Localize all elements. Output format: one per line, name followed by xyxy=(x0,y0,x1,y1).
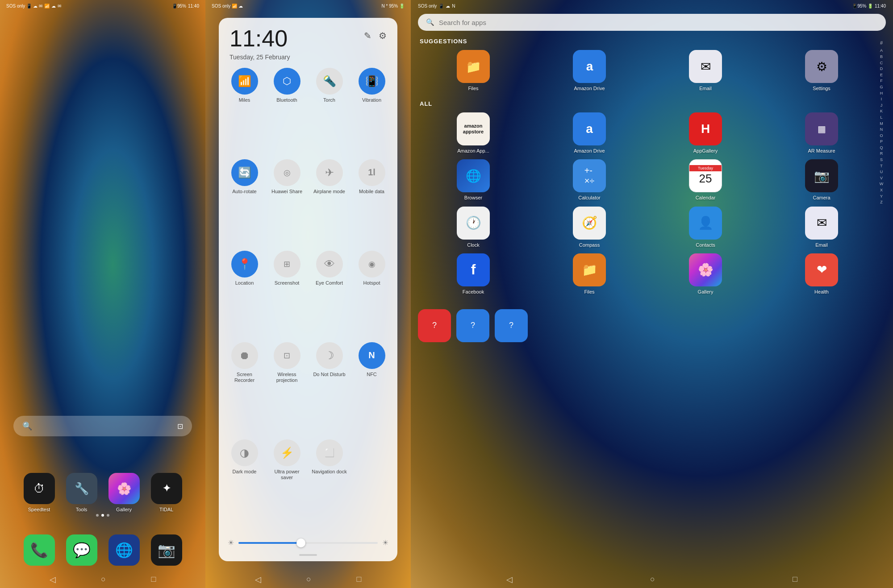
drawer-app-email-suggested[interactable]: ✉ Email xyxy=(650,50,761,91)
drawer-app-health[interactable]: ❤ Health xyxy=(766,253,877,295)
alpha-G[interactable]: G xyxy=(880,84,883,90)
home-back-button[interactable]: ◁ xyxy=(50,575,56,584)
alpha-B[interactable]: B xyxy=(880,54,883,60)
drawer-app-armeasure[interactable]: ▦ AR Measure xyxy=(766,112,877,154)
drawer-app-gallery[interactable]: 🌸 Gallery xyxy=(650,253,761,295)
drawer-app-files[interactable]: 📁 Files xyxy=(534,253,645,295)
toggle-autorotate[interactable]: 🔄 Auto-rotate xyxy=(226,159,263,245)
drawer-app-clock[interactable]: 🕐 Clock xyxy=(418,207,529,248)
home-app-grid: ⏱ Speedtest 🔧 Tools 🌸 Gallery ✦ TIDAL xyxy=(0,473,205,512)
notification-shade: SOS only 📶 ☁ N * 95% 🔋 11:40 ✎ ⚙ Tuesday… xyxy=(205,0,411,588)
gallery-icon: 🌸 xyxy=(108,473,140,504)
drawer-app-settings-suggested[interactable]: ⚙ Settings xyxy=(766,50,877,91)
home-app-tidal[interactable]: ✦ TIDAL xyxy=(151,473,182,512)
alpha-R[interactable]: R xyxy=(880,151,883,157)
home-app-speedtest[interactable]: ⏱ Speedtest xyxy=(24,473,55,512)
shade-home-button[interactable]: ○ xyxy=(306,575,311,584)
home-recents-button[interactable]: □ xyxy=(151,575,156,584)
drawer-app-appgallery[interactable]: H AppGallery xyxy=(650,112,761,154)
drawer-home-button[interactable]: ○ xyxy=(650,575,655,584)
brightness-thumb[interactable] xyxy=(296,538,305,547)
drawer-app-amazondrive[interactable]: a Amazon Drive xyxy=(534,112,645,154)
alpha-I[interactable]: I xyxy=(881,96,882,102)
toggle-navdock[interactable]: ⬜ Navigation dock xyxy=(311,439,348,531)
toggle-torch[interactable]: 🔦 Torch xyxy=(311,68,348,154)
drawer-recents-button[interactable]: □ xyxy=(793,575,797,584)
alpha-U[interactable]: U xyxy=(880,169,883,175)
toggle-darkmode[interactable]: ◑ Dark mode xyxy=(226,439,263,531)
shade-settings-button[interactable]: ⚙ xyxy=(379,30,387,41)
drawer-app-partial-2[interactable]: ? xyxy=(456,309,489,342)
drawer-app-browser[interactable]: 🌐 Browser xyxy=(418,159,529,201)
alpha-P[interactable]: P xyxy=(880,139,883,145)
home-app-tools[interactable]: 🔧 Tools xyxy=(66,473,97,512)
toggle-eyecomfort[interactable]: 👁 Eye Comfort xyxy=(311,251,348,337)
alpha-V[interactable]: V xyxy=(880,175,883,181)
drawer-app-calculator[interactable]: +-×÷ Calculator xyxy=(534,159,645,201)
toggle-mobiledata[interactable]: 1l Mobile data xyxy=(353,159,390,245)
drawer-app-facebook[interactable]: f Facebook xyxy=(418,253,529,295)
home-search-bar[interactable]: 🔍 ⊡ xyxy=(13,416,192,436)
alpha-Z[interactable]: Z xyxy=(880,199,883,205)
toggle-airplane[interactable]: ✈ Airplane mode xyxy=(311,159,348,245)
home-home-button[interactable]: ○ xyxy=(101,575,106,584)
drawer-app-partial-1[interactable]: ? xyxy=(418,309,451,342)
shade-back-button[interactable]: ◁ xyxy=(255,575,261,584)
toggle-nfc[interactable]: N NFC xyxy=(353,342,390,434)
drawer-search-bar[interactable]: 🔍 xyxy=(418,14,886,31)
brightness-track[interactable] xyxy=(238,542,378,544)
alpha-W[interactable]: W xyxy=(880,181,884,187)
alpha-S[interactable]: S xyxy=(880,157,883,163)
alpha-M[interactable]: M xyxy=(880,121,883,127)
dock-camera[interactable]: 📷 xyxy=(151,534,182,566)
drawer-app-compass[interactable]: 🧭 Compass xyxy=(534,207,645,248)
alpha-J[interactable]: J xyxy=(880,103,883,108)
toggle-powersaver[interactable]: ⚡ Ultra power saver xyxy=(268,439,305,531)
alpha-L[interactable]: L xyxy=(880,115,882,120)
dock-phone[interactable]: 📞 xyxy=(24,534,55,566)
toggle-dnd[interactable]: ☽ Do Not Disturb xyxy=(311,342,348,434)
toggle-vibration[interactable]: 📳 Vibration xyxy=(353,68,390,154)
toggle-miles[interactable]: 📶 Miles xyxy=(226,68,263,154)
shade-recents-button[interactable]: □ xyxy=(356,575,361,584)
alpha-X[interactable]: X xyxy=(880,187,883,193)
drawer-search-input[interactable] xyxy=(439,19,878,26)
toggle-airplane-icon: ✈ xyxy=(316,159,343,186)
dock-messages[interactable]: 💬 xyxy=(66,534,97,566)
calculator-icon: +-×÷ xyxy=(573,159,606,192)
toggle-bluetooth[interactable]: ⬡ Bluetooth xyxy=(268,68,305,154)
drawer-back-button[interactable]: ◁ xyxy=(506,575,513,584)
shade-nav-bar: ◁ ○ □ xyxy=(205,575,411,584)
toggle-wirelessprojection[interactable]: ⊡ Wireless projection xyxy=(268,342,305,434)
alpha-Q[interactable]: Q xyxy=(880,145,883,151)
toggle-hotspot[interactable]: ◉ Hotspot xyxy=(353,251,390,337)
alpha-Y[interactable]: Y xyxy=(880,194,883,199)
drawer-app-contacts[interactable]: 👤 Contacts xyxy=(650,207,761,248)
drawer-app-amazonappstore[interactable]: amazonappstore Amazon App... xyxy=(418,112,529,154)
alpha-E[interactable]: E xyxy=(880,72,883,78)
alpha-H[interactable]: H xyxy=(880,91,883,96)
shade-edit-button[interactable]: ✎ xyxy=(364,30,371,41)
dock-browser[interactable]: 🌐 xyxy=(108,534,140,566)
toggle-screenrecorder[interactable]: ⏺ Screen Recorder xyxy=(226,342,263,434)
drawer-app-email[interactable]: ✉ Email xyxy=(766,207,877,248)
toggle-screenshot[interactable]: ⊞ Screenshot xyxy=(268,251,305,337)
alpha-D[interactable]: D xyxy=(880,66,883,72)
alpha-T[interactable]: T xyxy=(880,163,883,169)
alpha-hash[interactable]: # xyxy=(880,40,883,46)
shade-battery: 95% 🔋 xyxy=(389,4,405,8)
drawer-app-amazondrive-suggested[interactable]: a Amazon Drive xyxy=(534,50,645,91)
drawer-app-calendar[interactable]: Tuesday 25 Calendar xyxy=(650,159,761,201)
alpha-K[interactable]: K xyxy=(880,108,883,114)
alpha-N[interactable]: N xyxy=(880,127,883,133)
alpha-A[interactable]: A xyxy=(880,48,883,54)
home-app-gallery[interactable]: 🌸 Gallery xyxy=(108,473,140,512)
drawer-app-partial-3[interactable]: ? xyxy=(495,309,528,342)
alpha-O[interactable]: O xyxy=(880,133,883,139)
toggle-location[interactable]: 📍 Location xyxy=(226,251,263,337)
alpha-C[interactable]: C xyxy=(880,60,883,66)
toggle-huaweishare[interactable]: ◎ Huawei Share xyxy=(268,159,305,245)
alpha-F[interactable]: F xyxy=(880,78,883,84)
drawer-app-camera[interactable]: 📷 Camera xyxy=(766,159,877,201)
drawer-app-files-suggested[interactable]: 📁 Files xyxy=(418,50,529,91)
